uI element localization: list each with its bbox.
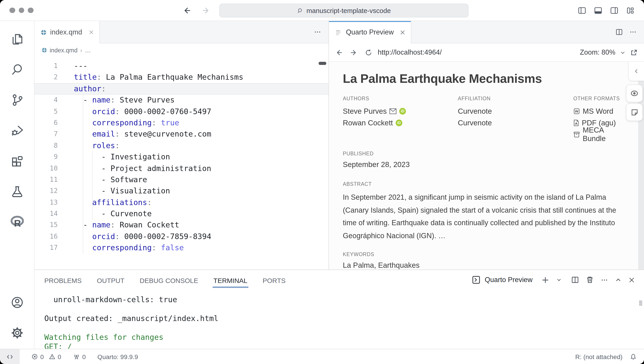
zoom-level[interactable]: Zoom: 80% (580, 48, 615, 56)
history-forward-button[interactable] (202, 6, 210, 15)
code-line[interactable]: - name: Steve Purves (34, 95, 328, 106)
workbench: R index.qmd (0, 21, 644, 349)
code-line[interactable]: roles: (34, 140, 328, 151)
title-bar: manuscript-template-vscode (0, 0, 644, 21)
refresh-icon[interactable] (365, 49, 372, 56)
code-line[interactable]: title: La Palma Earthquake Mechanisms (34, 72, 328, 83)
preview-url-bar: http://localhost:4964/ Zoom: 80% (329, 44, 644, 62)
toggle-primary-sidebar-button[interactable] (578, 6, 586, 15)
collapse-toc-button[interactable] (628, 62, 644, 81)
email-icon[interactable] (389, 108, 396, 114)
format-label[interactable]: MECA Bundle (583, 126, 626, 143)
remote-indicator[interactable] (0, 349, 20, 364)
tab-ports[interactable]: PORTS (263, 271, 286, 289)
close-tab-icon[interactable] (88, 30, 94, 35)
customize-layout-button[interactable] (626, 6, 634, 15)
tab-problems[interactable]: PROBLEMS (44, 271, 82, 289)
code-line[interactable]: orcid: 0000-0002-7859-8394 (34, 231, 328, 242)
r-language-icon[interactable]: R (7, 212, 27, 231)
terminal-scrollbar-handle[interactable] (639, 301, 642, 306)
history-back-button[interactable] (182, 6, 191, 15)
r-status[interactable]: R: (not attached) (575, 353, 622, 360)
split-terminal-icon[interactable] (571, 276, 579, 284)
toggle-panel-button[interactable] (594, 6, 602, 15)
code-line[interactable]: author: (34, 83, 328, 95)
error-count: 0 (40, 353, 44, 360)
source-control-icon[interactable] (7, 90, 27, 110)
preview-forward-icon[interactable] (350, 49, 358, 56)
code-line[interactable]: - name: Rowan Cockett (34, 220, 328, 231)
account-icon[interactable] (7, 292, 27, 312)
zoom-window-button[interactable] (28, 8, 33, 13)
close-window-button[interactable] (10, 8, 15, 13)
code-line[interactable]: corresponding: false (34, 242, 328, 254)
orcid-icon[interactable]: iD (396, 119, 402, 126)
code-line[interactable]: orcid: 0000-0002-0760-5497 (34, 106, 328, 117)
preview-tab-strip: Quarto Preview (329, 21, 644, 44)
code-editor[interactable]: ---title: La Palma Earthquake Mechanisms… (34, 57, 328, 270)
broadcast-icon (73, 353, 80, 360)
close-panel-icon[interactable] (628, 277, 635, 283)
code-line[interactable]: email: steve@curvenote.com (34, 129, 328, 140)
code-line[interactable]: corresponding: true (34, 117, 328, 129)
pdf-icon (573, 119, 579, 126)
editor-more-actions-icon[interactable] (314, 28, 321, 36)
preview-tab-label: Quarto Preview (346, 28, 394, 36)
quarto-version-status[interactable]: Quarto: 99.9.9 (97, 353, 138, 360)
tab-label: index.qmd (50, 28, 82, 36)
open-external-icon[interactable] (630, 49, 638, 56)
tab-debug-console[interactable]: DEBUG CONSOLE (140, 271, 198, 289)
tab-index-qmd[interactable]: index.qmd (34, 21, 100, 44)
breadcrumb[interactable]: index.qmd › … (34, 44, 328, 57)
preview-url[interactable]: http://localhost:4964/ (378, 48, 442, 56)
kill-terminal-icon[interactable] (586, 276, 594, 284)
settings-gear-icon[interactable] (7, 323, 27, 342)
close-preview-icon[interactable] (400, 29, 406, 35)
terminal-instance-selector[interactable]: Quarto Preview (472, 276, 532, 284)
extensions-icon[interactable] (7, 151, 27, 171)
code-line[interactable]: affiliations: (34, 197, 328, 208)
ports-status[interactable]: 0 (73, 353, 86, 360)
code-line[interactable]: - Software (34, 174, 328, 186)
reader-view-button[interactable] (626, 85, 643, 102)
window-controls[interactable] (10, 0, 33, 21)
code-line[interactable]: --- (34, 61, 328, 72)
code-line[interactable]: - Curvenote (34, 208, 328, 220)
format-link[interactable]: MECA Bundle (573, 129, 626, 140)
chevron-down-icon[interactable] (620, 50, 626, 55)
orcid-icon[interactable]: iD (399, 108, 406, 114)
terminal-dropdown-icon[interactable] (556, 277, 562, 283)
search-view-icon[interactable] (7, 60, 27, 79)
breadcrumb-separator: › (80, 47, 82, 54)
format-label[interactable]: MS Word (583, 107, 613, 115)
tab-output[interactable]: OUTPUT (97, 271, 124, 289)
explorer-icon[interactable] (7, 29, 27, 49)
notes-button[interactable] (626, 103, 643, 121)
affiliation-value: Curvenote (458, 105, 573, 117)
terminal-icon (472, 276, 481, 284)
preview-more-actions-icon[interactable] (629, 28, 637, 36)
toggle-secondary-sidebar-button[interactable] (610, 6, 618, 15)
maximize-panel-icon[interactable] (615, 277, 622, 283)
panel-more-actions-icon[interactable] (600, 276, 608, 284)
preview-back-icon[interactable] (335, 49, 343, 56)
tab-terminal[interactable]: TERMINAL (214, 271, 248, 289)
terminal-line: Output created: _manuscript/index.html (44, 314, 644, 323)
breadcrumb-more[interactable]: … (85, 47, 91, 54)
code-line[interactable]: - Visualization (34, 186, 328, 197)
code-lines: ---title: La Palma Earthquake Mechanisms… (34, 61, 328, 254)
tab-quarto-preview[interactable]: Quarto Preview (329, 21, 411, 44)
run-debug-icon[interactable] (7, 120, 27, 140)
split-editor-icon[interactable] (615, 28, 623, 36)
breadcrumb-file[interactable]: index.qmd (50, 47, 78, 54)
testing-icon[interactable] (7, 181, 27, 201)
notifications-bell-icon[interactable] (630, 353, 637, 360)
code-line[interactable]: - Project administration (34, 163, 328, 174)
command-center-search[interactable]: manuscript-template-vscode (219, 4, 468, 18)
new-terminal-icon[interactable] (541, 276, 550, 284)
problems-status[interactable]: 0 0 (31, 353, 61, 360)
format-link[interactable]: MS Word (573, 105, 626, 117)
code-line[interactable]: - Investigation (34, 151, 328, 163)
terminal-lines: unroll-markdown-cells: true Output creat… (44, 295, 644, 352)
minimize-window-button[interactable] (18, 8, 24, 13)
